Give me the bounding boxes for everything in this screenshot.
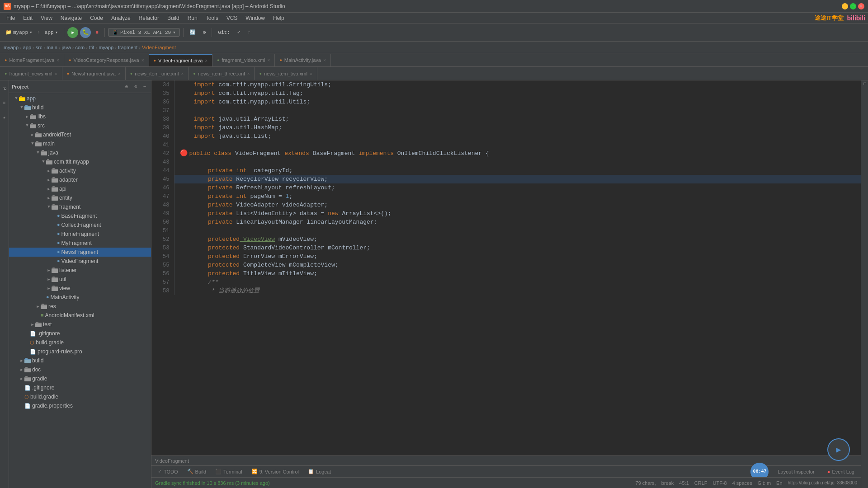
menu-navigate[interactable]: Navigate [57,14,85,22]
tree-item-main[interactable]: ▼ main [9,139,151,148]
line-content[interactable]: private RecyclerView recyclerView; [174,175,861,183]
tab-newsfragment[interactable]: ● NewsFragment.java × [62,67,126,80]
line-content[interactable]: import java.util.HashMap; [174,123,861,132]
bc-app[interactable]: app [23,45,31,50]
bc-com[interactable]: com [75,45,85,50]
line-content[interactable]: import com.ttit.myapp.util.Utils; [174,98,861,106]
menu-refactor[interactable]: Refactor [135,14,163,22]
project-selector[interactable]: 📁 myapp ▾ [3,28,35,37]
bc-ttit[interactable]: ttit [89,45,94,50]
tree-item-package[interactable]: ▼ com.ttit.myapp [9,157,151,166]
language[interactable]: En [776,480,782,486]
tree-item-util[interactable]: ▶ util [9,275,151,284]
menu-code[interactable]: Code [86,14,107,22]
tab-newsitemtwo[interactable]: ● news_item_two.xml × [255,67,317,80]
bottom-tab-vcs[interactable]: 🔀 9: Version Control [248,468,302,475]
line-content[interactable]: protected CompleteView mCompleteView; [174,261,861,269]
line-content[interactable]: import java.util.ArrayList; [174,115,861,123]
close-button[interactable]: × [858,3,864,9]
right-panel-label[interactable]: E [863,82,867,85]
tab-fragmentnews[interactable]: ● fragment_news.xml × [0,67,62,80]
tree-item-src[interactable]: ▼ src [9,121,151,130]
run-button[interactable]: ▶ [67,27,78,38]
menu-run[interactable]: Run [184,14,201,22]
tree-item-manifest[interactable]: ■ AndroidManifest.xml [9,311,151,320]
line-content[interactable]: private int categoryId; [174,166,861,175]
tab-close-button5[interactable]: × [323,58,326,63]
tree-item-entity[interactable]: ▶ entity [9,193,151,202]
bc-main[interactable]: main [47,45,57,50]
line-content[interactable]: private LinearLayoutManager linearLayout… [174,218,861,226]
encoding[interactable]: UTF-8 [713,480,727,486]
maximize-button[interactable]: □ [850,3,856,9]
tree-item-build1[interactable]: ▼ build [9,103,151,112]
line-content[interactable]: private RefreshLayout refreshLayout; [174,183,861,192]
tab-fragmentvideo[interactable]: ● fragment_video.xml × [212,54,275,66]
line-content[interactable]: protected VideoView mVideoView; [174,235,861,244]
line-content[interactable]: private int pageNum = 1; [174,192,861,201]
layout-inspector-btn[interactable]: Layout Inspector [774,468,818,475]
tree-item-gradle[interactable]: ▶ gradle [9,374,151,383]
tab-close-button[interactable]: × [57,58,59,63]
tab-close-button3[interactable]: × [205,58,208,63]
sidebar-settings-icon[interactable]: ⚙ [132,83,139,90]
tool-favorites[interactable]: ★ [1,114,8,121]
line-content[interactable] [174,141,861,149]
module-selector[interactable]: app ▾ [42,28,61,37]
tree-item-gitignore1[interactable]: 📄 .gitignore [9,329,151,338]
tree-item-adapter[interactable]: ▶ adapter [9,175,151,184]
line-separator[interactable]: CRLF [694,480,708,486]
debug-button[interactable]: 🐛 [80,27,91,38]
tree-item-build2[interactable]: ▶ build [9,356,151,365]
sidebar-sync-icon[interactable]: ⊕ [123,83,130,90]
bc-myapp[interactable]: myapp [4,45,19,50]
tree-item-buildgradle2[interactable]: ⬡ build.gradle [9,392,151,401]
tree-item-listener[interactable]: ▶ listener [9,266,151,275]
tab-mainactivity[interactable]: ● MainActivity.java × [275,54,330,66]
cursor-position[interactable]: 45:1 [679,480,689,486]
tab-close-button4[interactable]: × [268,58,270,63]
tab-close-button7[interactable]: × [118,71,121,76]
line-content[interactable]: protected StandardVideoController mContr… [174,244,861,252]
line-content[interactable]: import com.ttit.myapp.util.StringUtils; [174,80,861,89]
bc-myapp2[interactable]: myapp [99,45,113,50]
tree-item-newsfragment[interactable]: ● NewsFragment [9,248,151,257]
tree-item-proguard[interactable]: 📄 proguard-rules.pro [9,347,151,356]
menu-tools[interactable]: Tools [202,14,222,22]
tree-item-mainactivity[interactable]: ● MainActivity [9,293,151,302]
tab-newsitemthree[interactable]: ● news_item_three.xml × [189,67,255,80]
tree-item-res[interactable]: ▶ res [9,302,151,311]
tree-item-homefragment[interactable]: ● HomeFragment [9,230,151,239]
tab-videocategoryresponse[interactable]: ● VideoCategoryResponse.java × [64,54,149,66]
tree-item-videofragment[interactable]: ● VideoFragment [9,257,151,266]
tree-item-fragment[interactable]: ▼ fragment [9,202,151,211]
menu-vcs[interactable]: VCS [223,14,241,22]
menu-build[interactable]: Build [164,14,183,22]
line-content[interactable]: protected ErrorView mErrorView; [174,252,861,261]
menu-view[interactable]: View [37,14,56,22]
line-content[interactable]: * 当前播放的位置 [174,286,861,295]
indent[interactable]: 4 spaces [732,480,752,486]
line-content[interactable] [174,226,861,235]
tree-item-myfragment[interactable]: ● MyFragment [9,239,151,248]
tree-item-activity[interactable]: ▶ activity [9,166,151,175]
code-container[interactable]: 34 import com.ttit.myapp.util.StringUtil… [151,80,861,455]
stop-button[interactable]: ■ [93,28,101,37]
line-content[interactable]: protected TitleView mTitleView; [174,269,861,278]
line-content[interactable]: private List<VideoEntity> datas = new Ar… [174,209,861,218]
tab-close-button6[interactable]: × [55,71,57,76]
tree-item-api[interactable]: ▶ api [9,184,151,193]
tool-structure[interactable]: ≡ [1,99,8,107]
tab-close-button8[interactable]: × [181,71,184,76]
tree-item-buildgradle1[interactable]: ⬡ build.gradle [9,338,151,347]
tab-close-button2[interactable]: × [142,58,144,63]
tab-videofragment[interactable]: ● VideoFragment.java × [149,54,213,66]
menu-edit[interactable]: Edit [19,14,36,22]
sidebar-collapse-icon[interactable]: − [141,83,148,90]
bottom-tab-terminal[interactable]: ⬛ Terminal [212,468,246,475]
tree-item-basefragment[interactable]: ● BaseFragment [9,211,151,221]
tree-item-androidtest[interactable]: ▶ androidTest [9,130,151,139]
device-selector[interactable]: 📱 Pixel 3 XL API 29 ▾ [108,28,180,37]
line-content[interactable] [174,106,861,115]
sync-button[interactable]: 🔄 [187,28,198,37]
